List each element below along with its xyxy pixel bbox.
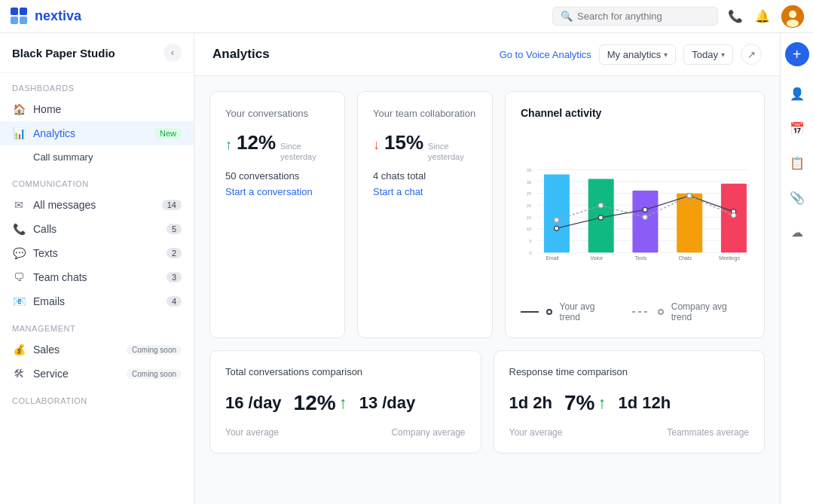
your-avg-value: 16 /day [225, 393, 282, 413]
sidebar-item-label: Texts [33, 247, 159, 259]
phone-icon[interactable]: 📞 [727, 8, 744, 25]
your-trend-line [521, 311, 539, 313]
sidebar-item-emails[interactable]: 📧 Emails 4 [0, 289, 194, 313]
share-button[interactable]: ↗ [741, 44, 762, 65]
calls-icon: 📞 [12, 223, 26, 235]
sidebar-item-calls[interactable]: 📞 Calls 5 [0, 217, 194, 241]
my-analytics-dropdown[interactable]: My analytics ▾ [599, 44, 677, 65]
channel-activity-chart: 0 5 10 15 20 25 30 35 [521, 131, 749, 289]
section-label-collaboration: Collaboration [0, 386, 194, 410]
svg-point-38 [732, 213, 736, 218]
search-input[interactable] [577, 11, 710, 22]
company-trend-label: Company avg trend [671, 301, 749, 322]
search-box[interactable]: 🔍 [552, 7, 718, 26]
comparison-percent: 12% [294, 391, 336, 415]
section-label-dashboards: Dashboards [0, 73, 194, 97]
svg-point-36 [643, 215, 647, 219]
up-arrow-icon: ↑ [339, 393, 347, 413]
cloud-icon[interactable]: ☁ [787, 221, 808, 243]
nav-icons: 📞 🔔 [727, 5, 804, 28]
svg-point-6 [789, 11, 796, 18]
svg-text:0: 0 [529, 250, 532, 255]
workspace-name: Black Paper Studio [12, 47, 115, 60]
legend-your-trend: Your avg trend [521, 301, 617, 322]
svg-text:Voice: Voice [590, 255, 603, 261]
top-navigation: nextiva 🔍 📞 🔔 [0, 0, 813, 33]
voice-analytics-link[interactable]: Go to Voice Analytics [500, 49, 591, 60]
sidebar-item-texts[interactable]: 💬 Texts 2 [0, 241, 194, 265]
svg-rect-3 [11, 17, 18, 24]
response-time-title: Response time comparison [509, 366, 750, 377]
sidebar-item-home[interactable]: 🏠 Home [0, 97, 194, 121]
add-button[interactable]: + [785, 42, 809, 66]
conversations-stat-value: ↑ 12% Sinceyesterday [225, 131, 329, 163]
teammates-avg-label: Teammates average [667, 427, 749, 438]
clip-icon[interactable]: 📎 [787, 187, 808, 208]
company-avg-value: 13 /day [359, 393, 416, 413]
svg-text:Texts: Texts [635, 255, 647, 261]
section-label-communication: Communication [0, 169, 194, 193]
svg-rect-27 [677, 194, 702, 253]
list-icon[interactable]: 📋 [787, 152, 808, 173]
your-avg-response-value: 1d 2h [509, 393, 552, 413]
your-avg-block: 16 /day [225, 393, 282, 413]
notifications-icon[interactable]: 🔔 [754, 8, 771, 25]
sidebar-item-analytics[interactable]: 📊 Analytics New [0, 121, 194, 145]
right-rail: + 👤 📅 📋 📎 ☁ [780, 33, 813, 504]
sidebar-item-sales[interactable]: 💰 Sales Coming soon [0, 338, 194, 362]
down-arrow-icon: ↓ [373, 137, 380, 153]
badge-count: 2 [167, 248, 182, 258]
avatar[interactable] [781, 5, 804, 28]
sidebar-item-team-chats[interactable]: 🗨 Team chats 3 [0, 265, 194, 289]
total-comparison-values: 16 /day 12% ↑ 13 /day [225, 391, 466, 415]
person-icon[interactable]: 👤 [787, 83, 808, 104]
total-conversations-title: Total conversations comparison [225, 366, 466, 377]
response-percent-block: 7% ↑ [564, 391, 606, 415]
team-collaboration-card: Your team collaboration ↓ 15% Sinceyeste… [357, 91, 493, 338]
home-icon: 🏠 [12, 103, 26, 115]
chevron-down-icon: ▾ [664, 50, 668, 59]
svg-rect-26 [632, 191, 658, 252]
logo: nextiva [9, 6, 81, 27]
legend-company-trend: Company avg trend [632, 301, 749, 322]
team-percent: 15% [384, 131, 423, 154]
sidebar-item-service[interactable]: 🛠 Service Coming soon [0, 362, 194, 386]
svg-text:Email: Email [546, 255, 559, 261]
response-comparison-values: 1d 2h 7% ↑ 1d 12h [509, 391, 750, 415]
chart-area: 0 5 10 15 20 25 30 35 [521, 131, 749, 292]
teammates-avg-value: 1d 12h [618, 393, 671, 413]
your-avg-label: Your average [225, 427, 279, 438]
svg-text:30: 30 [526, 179, 531, 185]
sidebar-item-all-messages[interactable]: ✉ All messages 14 [0, 193, 194, 217]
your-avg-response-label: Your average [509, 427, 563, 438]
today-dropdown[interactable]: Today ▾ [683, 44, 733, 65]
svg-point-34 [555, 218, 559, 222]
section-label-management: Management [0, 313, 194, 338]
calendar-icon[interactable]: 📅 [787, 118, 808, 139]
svg-point-31 [643, 207, 647, 212]
conversations-count: 50 conversations [225, 170, 329, 182]
up-arrow-icon: ↑ [225, 137, 232, 153]
sidebar-item-call-summary[interactable]: Call summary [0, 145, 194, 169]
sidebar-item-label: Analytics [33, 127, 147, 139]
comparison-labels: Your average Company average [225, 421, 466, 438]
svg-rect-4 [20, 17, 27, 24]
cards-row: Your conversations ↑ 12% Sinceyesterday … [209, 91, 765, 338]
svg-text:15: 15 [526, 215, 531, 220]
svg-text:25: 25 [526, 191, 531, 196]
company-trend-dot [658, 309, 664, 315]
avatar-image [781, 5, 804, 28]
start-conversation-link[interactable]: Start a conversation [225, 186, 329, 197]
start-chat-link[interactable]: Start a chat [373, 186, 477, 197]
total-conversations-card: Total conversations comparison 16 /day 1… [209, 350, 481, 454]
svg-text:10: 10 [526, 226, 531, 231]
teammates-avg-block: 1d 12h [618, 393, 671, 413]
chart-title: Channel activity [521, 107, 749, 119]
coming-soon-badge: Coming soon [127, 369, 182, 379]
header-actions: Go to Voice Analytics My analytics ▾ Tod… [500, 44, 762, 65]
sidebar-collapse-button[interactable]: ‹ [164, 44, 182, 62]
content-header: Analytics Go to Voice Analytics My analy… [194, 33, 780, 76]
svg-point-7 [787, 20, 799, 27]
sidebar-header: Black Paper Studio ‹ [0, 33, 194, 73]
your-avg-response-block: 1d 2h [509, 393, 552, 413]
